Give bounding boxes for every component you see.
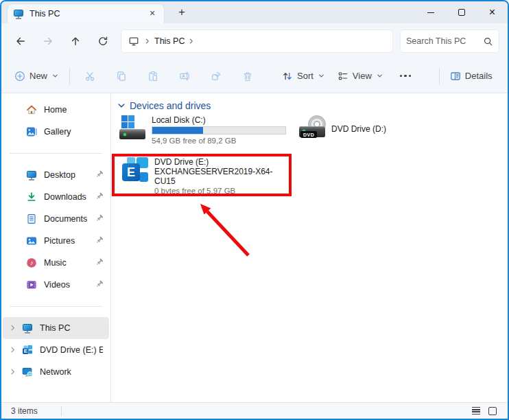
back-icon [15, 36, 26, 47]
maximize-button[interactable] [446, 1, 477, 23]
toolbar-separator [69, 68, 70, 84]
sidebar-item-network[interactable]: Network [3, 361, 109, 383]
list-view-icon [472, 407, 480, 415]
status-bar: 3 items [1, 402, 508, 419]
sidebar-item-this-pc[interactable]: This PC [3, 317, 109, 339]
this-pc-monitor-icon [22, 323, 33, 334]
sidebar-item-dvd-drive-e[interactable]: E DVD Drive (E:) EXCHANGESERVER2019-X64-… [3, 339, 109, 361]
expander-chevron-icon[interactable] [8, 345, 18, 355]
more-options-button[interactable] [390, 64, 421, 89]
sidebar-item-documents[interactable]: Documents [3, 208, 109, 230]
content-pane: Devices and drives Local Disk (C:) 54,9 … [111, 93, 508, 402]
search-input[interactable] [406, 36, 483, 46]
refresh-button[interactable] [89, 29, 117, 54]
share-icon [211, 71, 222, 82]
cut-button[interactable] [74, 64, 106, 89]
navigation-bar: This PC [1, 23, 508, 59]
up-icon [70, 36, 81, 47]
minimize-icon [427, 12, 434, 13]
sidebar-item-label: Music [44, 258, 67, 268]
tab-bar: This PC × + × [1, 1, 508, 23]
back-button[interactable] [7, 29, 34, 54]
tab-this-pc[interactable]: This PC × [7, 3, 165, 23]
pin-icon [95, 258, 104, 269]
copy-button[interactable] [106, 64, 137, 89]
breadcrumb[interactable]: This PC [154, 36, 185, 46]
volume-label: EXCHANGESERVER2019-X64-CU15 [154, 167, 294, 186]
details-button[interactable]: Details [444, 66, 499, 86]
home-icon [26, 104, 37, 115]
sidebar-item-label: Downloads [44, 192, 86, 202]
new-plus-circle-icon [14, 71, 25, 82]
sidebar-item-videos[interactable]: Videos [3, 274, 109, 296]
disk-usage-bar [152, 126, 286, 135]
expander-chevron-icon[interactable] [8, 367, 18, 377]
sidebar-item-home[interactable]: Home [3, 99, 109, 121]
dvd-badge: DVD [300, 131, 317, 138]
large-icons-view-toggle[interactable] [484, 404, 501, 418]
forward-button[interactable] [34, 29, 62, 54]
up-button[interactable] [62, 29, 89, 54]
sort-icon [282, 71, 293, 82]
drive-tile-dvd-e-exchange[interactable]: E DVD Drive (E:) EXCHANGESERVER2019-X64-… [122, 157, 294, 196]
maximize-icon [458, 9, 465, 16]
rename-button[interactable] [169, 64, 200, 89]
paste-button[interactable] [137, 64, 169, 89]
svg-text:♪: ♪ [30, 259, 34, 266]
sidebar-item-label: Gallery [44, 127, 71, 137]
new-button[interactable]: New [8, 66, 65, 86]
share-button[interactable] [200, 64, 232, 89]
refresh-icon [97, 36, 108, 47]
view-button[interactable]: View [331, 66, 390, 86]
documents-icon [26, 213, 37, 224]
sort-button[interactable]: Sort [276, 66, 331, 86]
paste-icon [147, 71, 158, 82]
new-button-label: New [29, 71, 47, 81]
sidebar-item-desktop[interactable]: Desktop [3, 164, 109, 186]
navigation-pane: Home Gallery Desktop Downloads [1, 93, 111, 402]
group-header-devices-and-drives[interactable]: Devices and drives [117, 100, 211, 111]
drive-name: DVD Drive (D:) [331, 124, 386, 134]
status-separator [61, 406, 62, 416]
new-tab-button[interactable]: + [173, 4, 191, 22]
sidebar-item-label: This PC [40, 323, 70, 333]
copy-icon [116, 71, 127, 82]
sidebar-item-music[interactable]: ♪ Music [3, 252, 109, 274]
sidebar-item-pictures[interactable]: Pictures [3, 230, 109, 252]
chevron-down-icon [376, 72, 383, 80]
details-view-toggle[interactable] [468, 404, 484, 418]
explorer-body: Home Gallery Desktop Downloads [1, 93, 508, 402]
address-bar[interactable]: This PC [121, 30, 393, 53]
view-button-label: View [353, 71, 372, 81]
details-button-label: Details [465, 71, 493, 81]
sidebar-divider [10, 306, 102, 307]
toolbar-separator [439, 68, 440, 84]
search-icon[interactable] [483, 36, 493, 47]
close-button[interactable]: × [477, 1, 508, 23]
pin-icon [95, 214, 104, 225]
forward-icon [43, 36, 54, 47]
sidebar-item-gallery[interactable]: Gallery [3, 121, 109, 143]
sidebar-item-downloads[interactable]: Downloads [3, 186, 109, 208]
tab-close-icon[interactable]: × [146, 8, 158, 20]
address-monitor-icon [128, 36, 139, 47]
tab-title: This PC [29, 9, 146, 19]
breadcrumb-chevron-icon[interactable] [187, 37, 196, 45]
exchange-disc-icon: E [22, 345, 33, 355]
pin-icon [95, 192, 104, 203]
cut-icon [84, 71, 95, 82]
more-options-icon [400, 75, 412, 78]
videos-icon [26, 279, 37, 290]
expander-chevron-icon[interactable] [8, 323, 18, 333]
drive-tile-local-disk-c[interactable]: Local Disk (C:) 54,9 GB free of 89,2 GB [119, 115, 292, 145]
sort-button-label: Sort [297, 71, 313, 81]
sidebar-item-label: Network [40, 367, 71, 377]
disk-usage-bar-fill [152, 127, 203, 134]
sidebar-item-label: DVD Drive (E:) EXCHANGESERVER2019-X64-CU… [40, 345, 103, 355]
drive-tile-dvd-d[interactable]: DVD DVD Drive (D:) [299, 115, 436, 143]
delete-button[interactable] [232, 64, 263, 89]
minimize-button[interactable] [415, 1, 446, 23]
exchange-logo-icon: E [122, 157, 150, 185]
thumbnail-view-icon [488, 407, 497, 415]
pictures-icon [26, 235, 37, 246]
